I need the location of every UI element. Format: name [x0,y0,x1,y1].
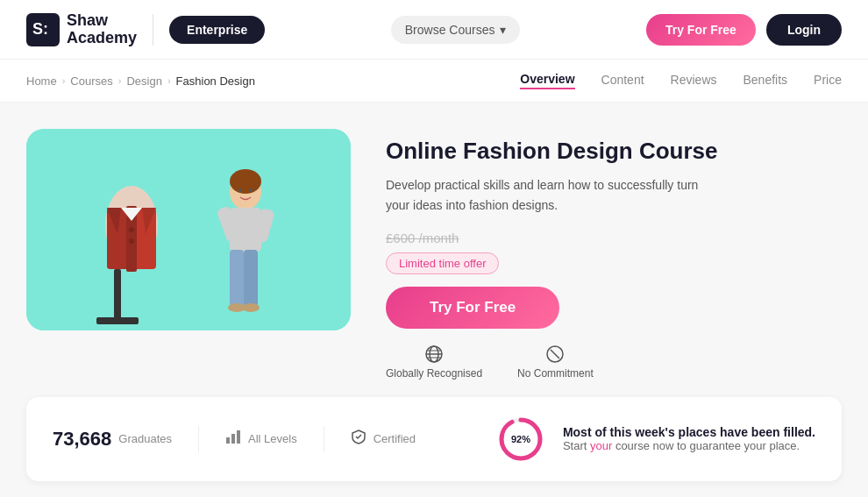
tab-reviews[interactable]: Reviews [671,73,717,89]
certified-label: Certified [374,432,416,445]
stat-graduates: 73,668 Graduates [53,428,172,451]
course-illustration [26,129,351,330]
course-info: Online Fashion Design Course Develop pra… [386,129,842,380]
svg-rect-18 [244,250,258,307]
course-hero: Online Fashion Design Course Develop pra… [26,129,842,380]
stat-divider-2 [324,426,324,452]
logo: S: Shaw Academy [26,12,137,47]
breadcrumb-chevron-2: › [118,75,122,86]
try-free-main-button[interactable]: Try For Free [386,287,559,329]
header: S: Shaw Academy Enterprise Browse Course… [0,0,868,60]
svg-rect-34 [237,430,240,444]
breadcrumb: Home › Courses › Design › Fashion Design [26,62,255,100]
svg-rect-33 [231,434,235,444]
tab-price[interactable]: Price [814,73,842,89]
stat-certified: Certified [351,429,416,449]
progress-circle: 92% [496,415,545,464]
course-badges: Globally Recognised No Commitment [386,344,842,380]
browse-courses-button[interactable]: Browse Courses [391,16,521,44]
login-button[interactable]: Login [766,14,842,46]
stats-message: Most of this week's places have been fil… [563,425,815,452]
stats-message-highlight: your [590,439,612,452]
course-image-card [26,129,351,330]
breadcrumb-chevron-1: › [62,75,66,86]
svg-line-31 [551,350,559,359]
stats-message-title: Most of this week's places have been fil… [563,425,815,439]
main-section: Online Fashion Design Course Develop pra… [0,103,868,497]
tab-content[interactable]: Content [601,73,644,89]
tab-benefits[interactable]: Benefits [743,73,788,89]
logo-icon: S: [26,13,60,46]
course-title: Online Fashion Design Course [386,138,842,165]
header-divider [153,14,153,46]
try-free-header-button[interactable]: Try For Free [646,14,756,46]
breadcrumb-current: Fashion Design [176,75,255,88]
limited-offer-badge: Limited time offer [386,252,499,274]
breadcrumb-design[interactable]: Design [126,75,161,88]
header-right: Try For Free Login [646,14,842,46]
header-center: Browse Courses [391,16,521,44]
svg-point-24 [249,188,253,192]
svg-point-23 [238,188,242,192]
svg-rect-4 [96,317,139,324]
svg-point-15 [230,169,261,194]
svg-point-22 [242,303,260,312]
svg-rect-2 [26,129,351,330]
svg-point-12 [129,227,134,232]
stat-divider-1 [198,426,199,452]
globally-recognised-label: Globally Recognised [386,367,482,380]
svg-point-13 [129,238,134,244]
breadcrumb-nav-row: Home › Courses › Design › Fashion Design… [26,60,842,102]
course-description: Develop practical skills and learn how t… [386,175,719,215]
enterprise-button[interactable]: Enterprise [169,16,265,44]
price-original: £600 /month [386,231,842,245]
graduates-count: 73,668 [53,428,111,451]
stats-message-sub: Start your course now to guarantee your … [563,439,815,452]
shield-certified-icon [351,429,366,449]
globe-icon [424,344,444,364]
stats-bar: 73,668 Graduates All Levels Certified 92… [26,397,842,481]
progress-percentage: 92% [511,434,530,444]
stat-level: All Levels [225,429,297,449]
no-commitment-label: No Commitment [517,367,594,380]
breadcrumb-courses[interactable]: Courses [70,75,112,88]
svg-rect-3 [114,269,121,322]
stats-right: 92% Most of this week's places have been… [496,415,815,464]
bar-chart-icon [225,429,241,449]
commitment-icon [545,344,565,364]
badge-globally-recognised: Globally Recognised [386,344,482,380]
graduates-label: Graduates [118,432,172,445]
svg-text:S:: S: [32,20,48,38]
header-left: S: Shaw Academy Enterprise [26,12,265,47]
breadcrumb-home[interactable]: Home [26,75,57,88]
chevron-down-icon [500,23,506,37]
breadcrumb-chevron-3: › [167,75,171,86]
breadcrumb-bar: Home › Courses › Design › Fashion Design… [0,60,868,103]
svg-rect-17 [230,250,244,307]
logo-text: Shaw Academy [67,12,137,47]
badge-no-commitment: No Commitment [517,344,594,380]
level-label: All Levels [248,432,297,445]
course-nav: Overview Content Reviews Benefits Price [520,60,842,102]
tab-overview[interactable]: Overview [520,72,574,89]
svg-rect-32 [226,437,230,444]
